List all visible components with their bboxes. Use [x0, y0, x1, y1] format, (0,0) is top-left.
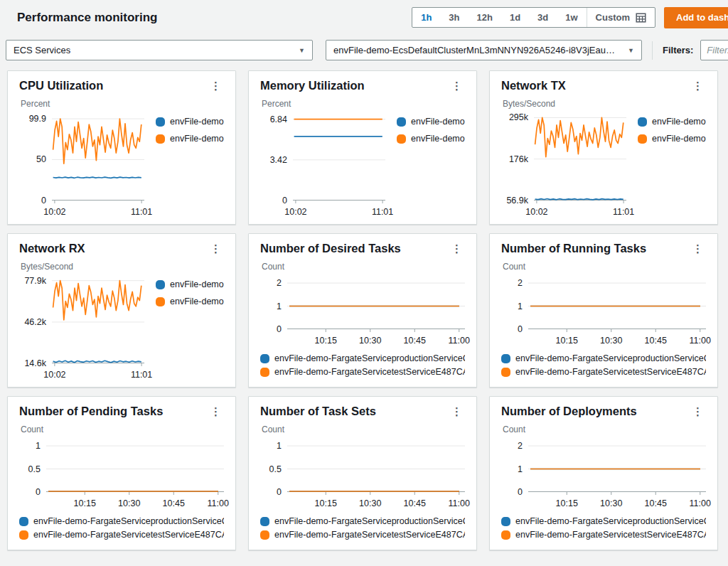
- time-range-3h[interactable]: 3h: [440, 8, 468, 27]
- custom-range-button[interactable]: Custom: [587, 8, 655, 27]
- legend-label: envFile-demo-FargateServicetestServiceE4…: [274, 367, 465, 377]
- kebab-menu-icon[interactable]: ⋮: [690, 79, 706, 92]
- series-line: [53, 119, 141, 164]
- legend-item[interactable]: envFile-demo-F...: [397, 134, 465, 144]
- chart-canvas[interactable]: [287, 439, 465, 496]
- chart-canvas[interactable]: [287, 277, 465, 333]
- header-controls: 1h3h12h1d3d1w Custom Add to dashboard: [412, 7, 728, 28]
- kebab-menu-icon[interactable]: ⋮: [208, 79, 224, 92]
- chart-legend-bottom: envFile-demo-FargateServiceproductionSer…: [501, 516, 706, 540]
- metric-type-dropdown[interactable]: ECS Services ▼: [6, 40, 313, 60]
- legend-item[interactable]: envFile-demo-FargateServiceproductionSer…: [501, 353, 706, 363]
- legend-label: envFile-demo-FargateServicetestServiceE4…: [515, 530, 706, 540]
- legend-item[interactable]: envFile-demo-F...: [156, 279, 224, 289]
- plot-wrap: 10:0211:01: [52, 277, 144, 380]
- legend-color-dot: [260, 354, 269, 363]
- kebab-menu-icon[interactable]: ⋮: [449, 79, 465, 92]
- legend-item[interactable]: envFile-demo-FargateServicetestServiceE4…: [260, 367, 465, 377]
- panel-body: Count 10.50 10:1510:3010:4511:00: [19, 418, 224, 508]
- kebab-menu-icon[interactable]: ⋮: [208, 242, 224, 255]
- x-tick-label: 11:00: [690, 336, 711, 346]
- legend-item[interactable]: envFile-demo-FargateServiceproductionSer…: [260, 516, 465, 526]
- filter-input[interactable]: [700, 40, 728, 60]
- time-range-1w[interactable]: 1w: [557, 8, 586, 27]
- y-axis-unit-label: Count: [262, 424, 465, 434]
- y-tick-label: 6.84: [270, 114, 287, 124]
- toolbar-divider: [652, 41, 653, 60]
- legend-item[interactable]: envFile-demo-F...: [638, 134, 706, 144]
- legend-label: envFile-demo-FargateServicetestServiceE4…: [33, 530, 224, 540]
- legend-color-dot: [19, 517, 28, 526]
- legend-item[interactable]: envFile-demo-F...: [156, 117, 224, 127]
- x-tick-label: 10:45: [645, 336, 667, 346]
- kebab-menu-icon[interactable]: ⋮: [690, 242, 706, 255]
- panel-header: Memory Utilization ⋮: [260, 79, 465, 92]
- legend-item[interactable]: envFile-demo-FargateServiceproductionSer…: [501, 516, 706, 526]
- x-tick-label: 11:00: [690, 498, 711, 508]
- chart-canvas[interactable]: [293, 114, 385, 205]
- x-tick-label: 11:01: [131, 370, 152, 380]
- chart-area: Count 10.50 10:1510:3010:4511:00: [19, 418, 224, 508]
- panel-header: Number of Task Sets ⋮: [260, 405, 465, 418]
- add-to-dashboard-button[interactable]: Add to dashboard: [664, 7, 728, 28]
- y-tick-label: 77.9k: [24, 276, 46, 286]
- cluster-dropdown[interactable]: envFile-demo-EcsDefaultClusterMnL3mNNYN9…: [326, 40, 642, 60]
- kebab-menu-icon[interactable]: ⋮: [208, 405, 224, 418]
- chart-canvas[interactable]: [46, 439, 224, 496]
- chart-legend-bottom: envFile-demo-FargateServiceproductionSer…: [260, 516, 465, 540]
- kebab-menu-icon[interactable]: ⋮: [690, 405, 706, 418]
- chart-canvas[interactable]: [528, 277, 706, 333]
- chart-panel: Number of Desired Tasks ⋮ Count 210 10:1…: [248, 233, 477, 388]
- panel-header: Number of Deployments ⋮: [501, 405, 706, 418]
- metric-type-value: ECS Services: [14, 45, 70, 55]
- time-range-1h[interactable]: 1h: [412, 8, 440, 27]
- chart-canvas[interactable]: [52, 277, 144, 368]
- x-tick-label: 10:45: [404, 498, 426, 508]
- plot-row: 210 10:1510:3010:4511:00: [260, 277, 465, 346]
- legend-item[interactable]: envFile-demo-FargateServiceproductionSer…: [260, 353, 465, 363]
- x-tick-label: 11:01: [372, 207, 393, 217]
- time-range-1d[interactable]: 1d: [501, 8, 529, 27]
- chart-panel: CPU Utilization ⋮ Percent 99.9500 10:021…: [7, 70, 236, 225]
- x-axis-tick-labels: 10:1510:3010:4511:00: [287, 333, 465, 346]
- kebab-menu-icon[interactable]: ⋮: [449, 242, 465, 255]
- x-tick-label: 10:15: [74, 498, 96, 508]
- panel-body: Bytes/Second 77.9k46.2k14.6k 10:0211:01 …: [19, 255, 224, 380]
- legend-label: envFile-demo-F...: [170, 117, 224, 127]
- chart-canvas[interactable]: [528, 439, 706, 496]
- x-tick-label: 10:02: [284, 207, 306, 217]
- x-tick-label: 11:01: [613, 207, 634, 217]
- time-range-3d[interactable]: 3d: [529, 8, 557, 27]
- legend-label: envFile-demo-F...: [170, 279, 224, 289]
- legend-label: envFile-demo-FargateServiceproductionSer…: [515, 516, 706, 526]
- legend-color-dot: [156, 297, 165, 306]
- legend-item[interactable]: envFile-demo-FargateServicetestServiceE4…: [19, 530, 224, 540]
- legend-item[interactable]: envFile-demo-F...: [156, 297, 224, 306]
- y-tick-label: 2: [518, 278, 523, 288]
- y-tick-label: 176k: [509, 154, 528, 164]
- chart-area: Percent 6.843.420 10:0211:01: [260, 92, 385, 217]
- panel-body: Count 10.50 10:1510:3010:4511:00: [260, 418, 465, 508]
- legend-item[interactable]: envFile-demo-FargateServicetestServiceE4…: [260, 530, 465, 540]
- legend-item[interactable]: envFile-demo-F...: [156, 134, 224, 144]
- legend-item[interactable]: envFile-demo-FargateServiceproductionSer…: [19, 516, 224, 526]
- panel-header: Network RX ⋮: [19, 242, 224, 255]
- time-range-12h[interactable]: 12h: [469, 8, 501, 27]
- plot-row: 210 10:1510:3010:4511:00: [501, 277, 706, 346]
- x-tick-label: 10:30: [359, 336, 381, 346]
- x-tick-label: 11:00: [449, 336, 470, 346]
- chart-canvas[interactable]: [534, 114, 626, 205]
- legend-item[interactable]: envFile-demo-F...: [397, 117, 465, 127]
- legend-item[interactable]: envFile-demo-FargateServicetestServiceE4…: [501, 530, 706, 540]
- chart-canvas[interactable]: [52, 114, 144, 205]
- legend-item[interactable]: envFile-demo-FargateServicetestServiceE4…: [501, 367, 706, 377]
- x-tick-label: 11:01: [131, 207, 152, 217]
- legend-item[interactable]: envFile-demo-F...: [638, 117, 706, 127]
- y-tick-label: 1: [36, 441, 41, 451]
- chart-area: Bytes/Second 295k176k56.9k 10:0211:01: [501, 92, 626, 217]
- x-tick-label: 10:02: [43, 370, 65, 380]
- plot-wrap: 10:1510:3010:4511:00: [287, 439, 465, 508]
- kebab-menu-icon[interactable]: ⋮: [449, 405, 465, 418]
- chart-area: Count 10.50 10:1510:3010:4511:00: [260, 418, 465, 508]
- chart-area: Percent 99.9500 10:0211:01: [19, 92, 144, 217]
